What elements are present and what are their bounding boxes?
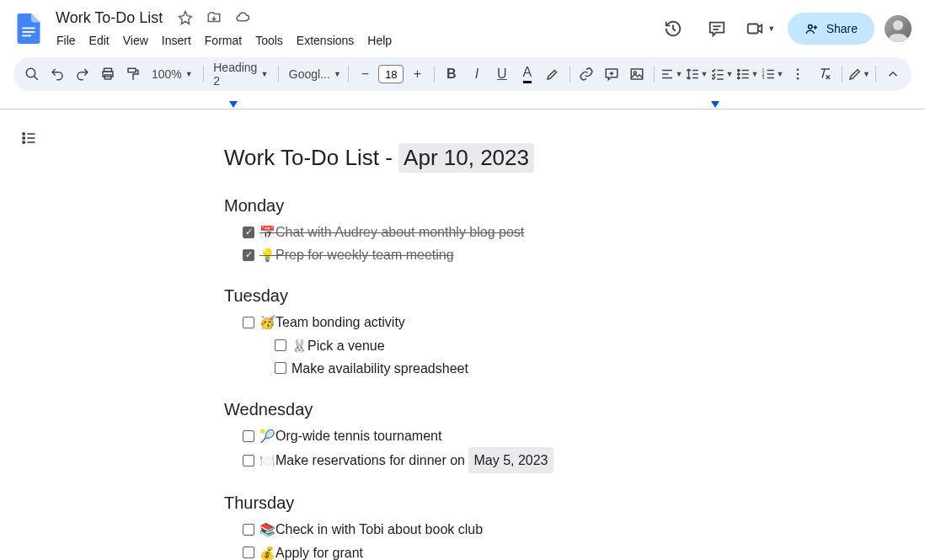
menu-tools[interactable]: Tools (249, 30, 289, 51)
checklist: 🥳Team bonding activity (224, 311, 746, 333)
menu-file[interactable]: File (51, 30, 82, 51)
highlight-icon[interactable] (541, 62, 564, 86)
ruler-indent-left[interactable] (229, 101, 238, 108)
svg-rect-2 (23, 35, 32, 37)
print-icon[interactable] (96, 62, 120, 86)
link-icon[interactable] (575, 62, 598, 86)
checkbox-icon[interactable] (275, 339, 286, 351)
day-heading[interactable]: Monday (224, 196, 746, 216)
bulleted-list-icon[interactable]: ▼ (735, 62, 759, 86)
star-icon[interactable] (174, 7, 196, 29)
checkbox-icon[interactable] (243, 455, 254, 467)
checklist: 📚Check in with Tobi about book club💰Appl… (224, 518, 746, 560)
svg-point-29 (738, 73, 740, 75)
bold-icon[interactable]: B (440, 62, 463, 86)
checkbox-icon[interactable] (243, 430, 254, 442)
docs-logo-icon[interactable] (13, 13, 44, 44)
date-chip[interactable]: May 5, 2023 (468, 447, 553, 473)
document-body[interactable]: Work To-Do List - Apr 10, 2023 Monday📅Ch… (224, 143, 746, 560)
ruler-indent-right[interactable] (711, 101, 719, 108)
svg-point-41 (797, 77, 799, 80)
editing-mode-icon[interactable]: ▼ (847, 62, 870, 86)
font-dropdown[interactable]: Googl...▼ (284, 62, 343, 86)
underline-icon[interactable]: U (490, 62, 514, 86)
paint-format-icon[interactable] (121, 62, 145, 86)
day-heading[interactable]: Wednesday (224, 400, 746, 419)
align-icon[interactable]: ▼ (660, 62, 683, 86)
decrease-font-icon[interactable]: − (353, 62, 377, 86)
styles-dropdown[interactable]: Heading 2▼ (208, 62, 273, 86)
checklist-item[interactable]: 📚Check in with Tobi about book club (243, 518, 746, 541)
page-title[interactable]: Work To-Do List - Apr 10, 2023 (224, 143, 746, 173)
history-icon[interactable] (656, 12, 690, 45)
menu-insert[interactable]: Insert (156, 30, 197, 51)
emoji-icon: 🐰 (291, 339, 307, 353)
font-size-input[interactable] (378, 65, 404, 83)
checklist-item-text[interactable]: 💰Apply for grant (259, 541, 363, 561)
menu-format[interactable]: Format (199, 30, 248, 51)
cloud-status-icon[interactable] (232, 7, 254, 29)
checkbox-icon[interactable] (243, 227, 254, 238)
checkbox-icon[interactable] (243, 317, 254, 328)
checklist-item-text[interactable]: 💡Prep for weekly team meeting (259, 243, 454, 266)
text-color-icon[interactable]: A (516, 62, 539, 86)
checklist-item-text[interactable]: 🎾Org-wide tennis tournament (259, 424, 441, 447)
svg-rect-5 (748, 24, 758, 34)
checklist-item-text[interactable]: 📅Chat with Audrey about monthly blog pos… (259, 221, 524, 243)
share-button[interactable]: Share (788, 13, 874, 45)
checklist-item[interactable]: 💡Prep for weekly team meeting (243, 243, 746, 266)
checkbox-icon[interactable] (275, 362, 286, 374)
undo-icon[interactable] (45, 62, 69, 86)
more-icon[interactable] (786, 62, 810, 86)
emoji-icon: 💡 (259, 248, 275, 262)
svg-point-27 (738, 69, 740, 71)
menu-bar: File Edit View Insert Format Tools Exten… (51, 30, 650, 51)
menu-extensions[interactable]: Extensions (291, 30, 360, 51)
add-comment-icon[interactable] (600, 62, 623, 86)
comments-icon[interactable] (700, 12, 734, 45)
checklist: 🎾Org-wide tennis tournament🍽️Make reserv… (224, 424, 746, 473)
checklist-item[interactable]: 🎾Org-wide tennis tournament (243, 424, 746, 447)
checklist-item-text[interactable]: 🥳Team bonding activity (259, 311, 405, 333)
checklist: 📅Chat with Audrey about monthly blog pos… (224, 221, 746, 266)
checklist-item[interactable]: Make availability spreadsheet (275, 357, 746, 380)
clear-formatting-icon[interactable] (813, 62, 837, 86)
checklist-item-text[interactable]: 🍽️Make reservations for dinner on May 5,… (259, 447, 553, 473)
checklist-item-text[interactable]: Make availability spreadsheet (291, 357, 468, 380)
emoji-icon: 🥳 (259, 315, 275, 329)
checklist-icon[interactable]: ▼ (710, 62, 734, 86)
day-heading[interactable]: Tuesday (224, 286, 746, 306)
line-spacing-icon[interactable]: ▼ (685, 62, 708, 86)
menu-help[interactable]: Help (361, 30, 398, 51)
date-chip[interactable]: Apr 10, 2023 (398, 143, 534, 173)
checklist-item-text[interactable]: 🐰Pick a venue (291, 334, 385, 357)
checkbox-icon[interactable] (243, 524, 254, 536)
document-title[interactable]: Work To-Do List (51, 8, 168, 29)
day-heading[interactable]: Thursday (224, 493, 746, 513)
numbered-list-icon[interactable]: 123▼ (761, 62, 784, 86)
italic-icon[interactable]: I (465, 62, 489, 86)
outline-toggle-icon[interactable] (12, 121, 45, 155)
meet-icon[interactable]: ▼ (744, 12, 778, 45)
checklist-item[interactable]: 🥳Team bonding activity (243, 311, 746, 333)
emoji-icon: 🍽️ (259, 453, 275, 467)
checklist-item[interactable]: 🐰Pick a venue (275, 334, 746, 357)
checklist-item[interactable]: 🍽️Make reservations for dinner on May 5,… (243, 447, 746, 473)
checklist-item-text[interactable]: 📚Check in with Tobi about book club (259, 518, 483, 541)
increase-font-icon[interactable]: + (405, 62, 429, 86)
checkbox-icon[interactable] (243, 249, 254, 261)
zoom-dropdown[interactable]: 100%▼ (147, 62, 198, 86)
collapse-icon[interactable] (881, 62, 905, 86)
redo-icon[interactable] (71, 62, 94, 86)
menu-edit[interactable]: Edit (83, 30, 115, 51)
menu-view[interactable]: View (117, 30, 154, 51)
emoji-icon: 💰 (259, 546, 275, 560)
checklist-item[interactable]: 💰Apply for grant (243, 541, 746, 561)
ruler[interactable] (0, 98, 925, 109)
account-avatar[interactable] (885, 15, 912, 42)
checklist-item[interactable]: 📅Chat with Audrey about monthly blog pos… (243, 221, 746, 243)
checkbox-icon[interactable] (243, 547, 254, 558)
move-icon[interactable] (203, 7, 225, 29)
search-icon[interactable] (20, 62, 44, 86)
image-icon[interactable] (625, 62, 649, 86)
